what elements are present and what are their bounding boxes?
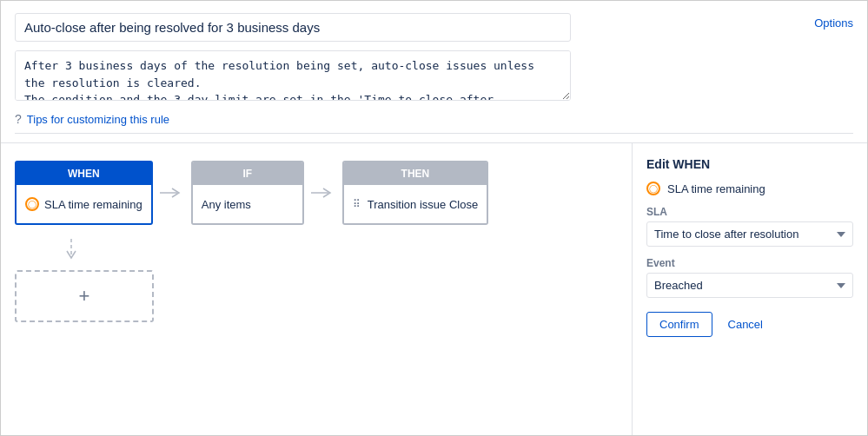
arrow-if-then [304, 187, 342, 199]
sla-clock-icon-edit: ◯ [646, 182, 660, 195]
rule-title-input[interactable] [15, 13, 571, 42]
main-content: WHEN ◯ SLA time remaining IF [1, 143, 867, 435]
if-body: Any items [193, 185, 302, 223]
tips-row: ? Tips for customizing this rule [15, 112, 853, 126]
then-header: THEN [344, 162, 487, 185]
if-block[interactable]: IF Any items [191, 161, 304, 225]
edit-panel: Edit WHEN ◯ SLA time remaining SLA Time … [633, 143, 867, 435]
question-icon: ? [15, 112, 22, 126]
cancel-link[interactable]: Cancel [719, 313, 772, 336]
flow-section: WHEN ◯ SLA time remaining IF [1, 143, 633, 435]
options-link[interactable]: Options [814, 17, 853, 30]
when-header: WHEN [17, 162, 151, 185]
page-container: Options After 3 business days of the res… [0, 0, 868, 436]
down-arrow-icon [63, 239, 79, 263]
rule-description-textarea[interactable]: After 3 business days of the resolution … [15, 50, 571, 101]
sla-field-label: SLA [646, 206, 853, 218]
arrow-icon-2 [311, 187, 335, 199]
arrow-icon [160, 187, 184, 199]
top-section: Options After 3 business days of the res… [1, 1, 867, 143]
then-item-label: Transition issue Close [368, 198, 478, 211]
section-divider [15, 133, 853, 134]
when-block[interactable]: WHEN ◯ SLA time remaining [15, 161, 153, 225]
when-body: ◯ SLA time remaining [17, 185, 151, 223]
sla-clock-icon: ◯ [25, 197, 39, 211]
arrow-when-if [153, 187, 191, 199]
event-select[interactable]: Breached [646, 273, 853, 298]
tips-link[interactable]: Tips for customizing this rule [27, 113, 169, 126]
then-block[interactable]: THEN ⠿ Transition issue Close [342, 161, 488, 225]
if-item-label: Any items [202, 198, 251, 211]
when-item-label: SLA time remaining [44, 198, 142, 211]
sla-field-group: SLA Time to close after resolution [646, 206, 853, 247]
flow-row: WHEN ◯ SLA time remaining IF [15, 161, 618, 225]
add-condition-block[interactable]: + [15, 270, 154, 322]
edit-sla-item-label: SLA time remaining [667, 182, 765, 195]
edit-sla-row: ◯ SLA time remaining [646, 182, 853, 195]
event-field-label: Event [646, 257, 853, 269]
down-arrow-area [15, 239, 618, 263]
event-field-group: Event Breached [646, 257, 853, 298]
if-header: IF [193, 162, 302, 185]
confirm-button[interactable]: Confirm [646, 312, 712, 337]
transition-icon: ⠿ [353, 198, 361, 210]
action-row: Confirm Cancel [646, 312, 853, 337]
then-body: ⠿ Transition issue Close [344, 185, 487, 223]
sla-select[interactable]: Time to close after resolution [646, 221, 853, 247]
edit-panel-title: Edit WHEN [646, 157, 853, 171]
